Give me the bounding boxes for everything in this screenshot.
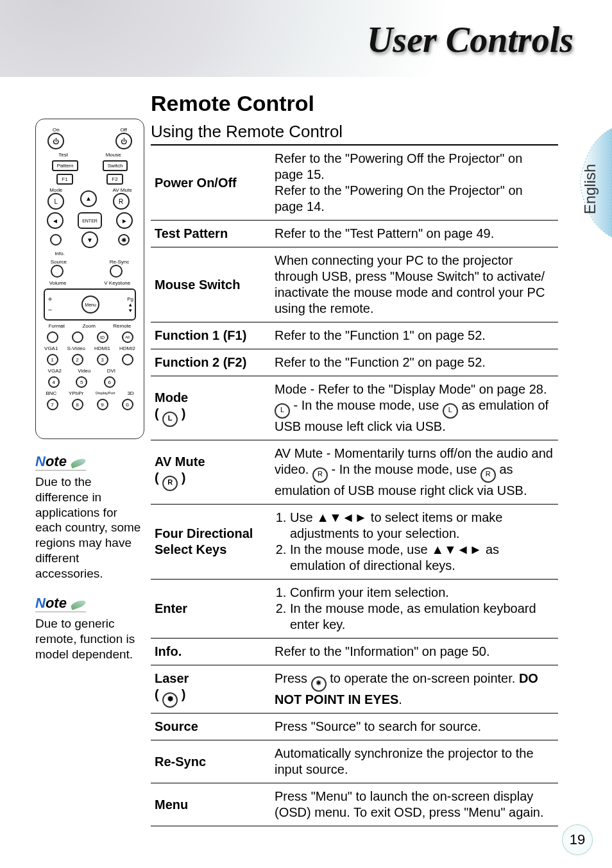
note-body-2: Due to generic remote, function is model…	[35, 616, 144, 662]
row-key: Menu	[155, 797, 188, 812]
row-value: AV Mute - Momentarily turns off/on the a…	[271, 440, 558, 505]
table-row: Function 1 (F1)Refer to the "Function 1"…	[151, 322, 558, 349]
circle-icon: L	[443, 403, 458, 419]
note-body-1: Due to the difference in applications fo…	[35, 474, 144, 581]
row-key: Mode	[155, 390, 188, 405]
section-title: Remote Control	[151, 91, 314, 116]
table-row: Re-SyncAutomatically synchronize the pro…	[151, 740, 558, 783]
row-value: Refer to the "Powering Off the Projector…	[271, 146, 558, 221]
row-value: Press "Menu" to launch the on-screen dis…	[271, 783, 558, 826]
circle-icon: R	[480, 467, 496, 483]
row-key: Mouse Switch	[155, 278, 240, 292]
svg-text:English: English	[581, 164, 599, 215]
table-row: Power On/OffRefer to the "Powering Off t…	[151, 146, 558, 221]
row-key: Source	[155, 719, 198, 733]
row-value: Press ✺ to operate the on-screen pointer…	[271, 665, 558, 714]
language-tab: English	[574, 128, 612, 237]
row-key: AV Mute	[155, 455, 205, 469]
circle-icon: R	[162, 476, 178, 491]
row-value: Refer to the "Function 1" on page 52.	[271, 322, 558, 349]
table-row: MenuPress "Menu" to launch the on-screen…	[151, 783, 558, 826]
table-row: EnterConfirm your item selection.In the …	[151, 580, 558, 638]
function-table: Power On/OffRefer to the "Powering Off t…	[151, 146, 558, 826]
page-number: 19	[562, 824, 593, 855]
row-value: When connecting your PC to the projector…	[271, 247, 558, 322]
row-key: Re-Sync	[155, 755, 206, 769]
table-row: Test PatternRefer to the "Test Pattern" …	[151, 221, 558, 247]
row-value: Use ▲▼◄► to select items or make adjustm…	[271, 505, 558, 580]
row-key: Function 1 (F1)	[155, 328, 246, 342]
row-value: Mode - Refer to the "Display Mode" on pa…	[271, 376, 558, 440]
table-heading: Using the Remote Control	[151, 122, 558, 146]
table-row: Function 2 (F2)Refer to the "Function 2"…	[151, 349, 558, 376]
circle-icon: L	[275, 403, 290, 419]
row-key: Power On/Off	[155, 176, 237, 190]
circle-icon: ✺	[162, 692, 178, 708]
table-row: AV Mute( R )AV Mute - Momentarily turns …	[151, 440, 558, 505]
row-value: Confirm your item selection.In the mouse…	[271, 580, 558, 638]
row-value: Refer to the "Test Pattern" on page 49.	[271, 221, 558, 247]
row-value: Refer to the "Function 2" on page 52.	[271, 349, 558, 376]
remote-diagram: On⏻Off⏻ TestMouse PatternSwitch F1F2 Mod…	[35, 119, 144, 439]
circle-icon: L	[162, 412, 178, 427]
circle-icon: R	[312, 467, 328, 483]
note-header-2: Note	[35, 595, 86, 612]
row-key: Laser	[155, 671, 189, 685]
table-row: Mode( L )Mode - Refer to the "Display Mo…	[151, 376, 558, 440]
row-value: Automatically synchronize the projector …	[271, 740, 558, 783]
row-value: Press "Source" to search for source.	[271, 714, 558, 740]
note-header-1: Note	[35, 453, 86, 471]
chapter-title: User Controls	[367, 19, 574, 60]
circle-icon: ✺	[311, 676, 327, 692]
table-row: Mouse SwitchWhen connecting your PC to t…	[151, 247, 558, 322]
row-key: Enter	[155, 601, 187, 615]
table-row: SourcePress "Source" to search for sourc…	[151, 714, 558, 740]
table-row: Info.Refer to the "Information" on page …	[151, 638, 558, 665]
table-row: Four Directional Select KeysUse ▲▼◄► to …	[151, 505, 558, 580]
row-key: Info.	[155, 644, 182, 658]
table-row: Laser( ✺ )Press ✺ to operate the on-scre…	[151, 665, 558, 714]
row-key: Four Directional Select Keys	[155, 526, 253, 556]
row-key: Function 2 (F2)	[155, 355, 246, 369]
row-key: Test Pattern	[155, 226, 228, 240]
row-value: Refer to the "Information" on page 50.	[271, 638, 558, 665]
